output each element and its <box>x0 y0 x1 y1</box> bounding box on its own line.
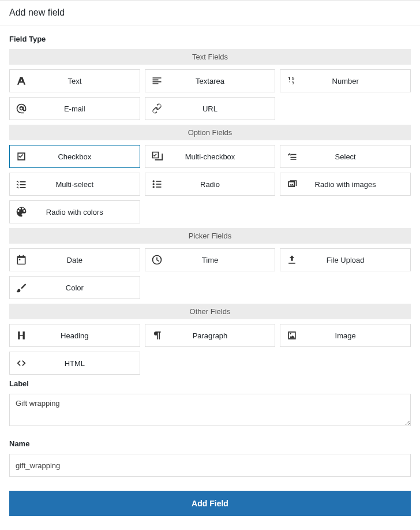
tile-label: URL <box>168 104 275 113</box>
images-icon <box>280 178 303 190</box>
field-type-radio-images[interactable]: Radio with images <box>280 173 411 196</box>
align-left-icon <box>145 75 168 87</box>
tile-label: Number <box>303 77 410 85</box>
field-type-radio-colors[interactable]: Radio with colors <box>9 200 140 223</box>
tile-label: Date <box>33 256 140 264</box>
tile-label: Heading <box>33 331 140 340</box>
upload-icon <box>280 254 303 266</box>
tile-label: Paragraph <box>168 331 275 340</box>
tile-label: File Upload <box>303 256 410 264</box>
field-type-multi-select[interactable]: Multi-select <box>9 173 140 196</box>
tile-label: HTML <box>33 359 140 368</box>
group-header: Option Fields <box>9 125 411 140</box>
calendar-icon <box>10 254 33 266</box>
field-type-radio[interactable]: Radio <box>145 173 276 196</box>
tile-label: Text <box>33 77 140 85</box>
at-icon <box>10 103 33 114</box>
tile-label: Multi-select <box>33 180 140 189</box>
name-field-label: Name <box>9 439 411 448</box>
heading-icon <box>10 330 33 341</box>
tile-label: Color <box>33 283 140 292</box>
field-type-paragraph[interactable]: Paragraph <box>145 324 276 347</box>
field-type-time[interactable]: Time <box>145 248 276 271</box>
label-input[interactable] <box>9 394 411 426</box>
field-type-html[interactable]: HTML <box>9 352 140 375</box>
tile-label: Radio with colors <box>33 208 140 217</box>
tile-label: Radio with images <box>303 180 410 189</box>
field-type-select[interactable]: Select <box>280 145 411 168</box>
tile-label: Image <box>303 331 410 340</box>
page-title: Add new field <box>0 1 420 25</box>
field-type-url[interactable]: URL <box>145 97 276 120</box>
field-type-checkbox[interactable]: Checkbox <box>9 145 140 168</box>
tile-label: Checkbox <box>33 152 140 161</box>
tile-label: Time <box>168 256 275 264</box>
group-header: Text Fields <box>9 49 411 65</box>
multi-check-icon <box>145 151 168 162</box>
tile-label: Radio <box>168 180 275 189</box>
field-type-text[interactable]: Text <box>9 69 140 92</box>
field-type-label: Field Type <box>9 35 411 43</box>
group-header: Other Fields <box>9 304 411 319</box>
font-icon <box>10 75 33 87</box>
add-field-button[interactable]: Add Field <box>9 491 411 516</box>
check-square-icon <box>10 151 33 162</box>
image-icon <box>280 330 303 341</box>
tile-label: E-mail <box>33 104 140 113</box>
code-icon <box>10 357 33 369</box>
link-icon <box>145 103 168 114</box>
label-field-label: Label <box>9 379 411 388</box>
pilcrow-icon <box>145 330 168 341</box>
field-type-textarea[interactable]: Textarea <box>145 69 276 92</box>
tile-label: Textarea <box>168 77 275 85</box>
select-icon <box>280 151 303 162</box>
palette-icon <box>10 206 33 218</box>
field-type-color[interactable]: Color <box>9 276 140 299</box>
field-type-heading[interactable]: Heading <box>9 324 140 347</box>
group-header: Picker Fields <box>9 228 411 244</box>
field-type-file[interactable]: File Upload <box>280 248 411 271</box>
field-type-date[interactable]: Date <box>9 248 140 271</box>
number-icon <box>280 75 303 87</box>
brush-icon <box>10 282 33 293</box>
field-type-number[interactable]: Number <box>280 69 411 92</box>
field-type-multi-checkbox[interactable]: Multi-checkbox <box>145 145 276 168</box>
field-type-image[interactable]: Image <box>280 324 411 347</box>
clock-icon <box>145 254 168 266</box>
radio-list-icon <box>145 178 168 190</box>
name-input[interactable] <box>9 454 411 477</box>
multi-list-icon <box>10 178 33 190</box>
field-type-email[interactable]: E-mail <box>9 97 140 120</box>
tile-label: Multi-checkbox <box>168 152 275 161</box>
tile-label: Select <box>303 152 410 161</box>
